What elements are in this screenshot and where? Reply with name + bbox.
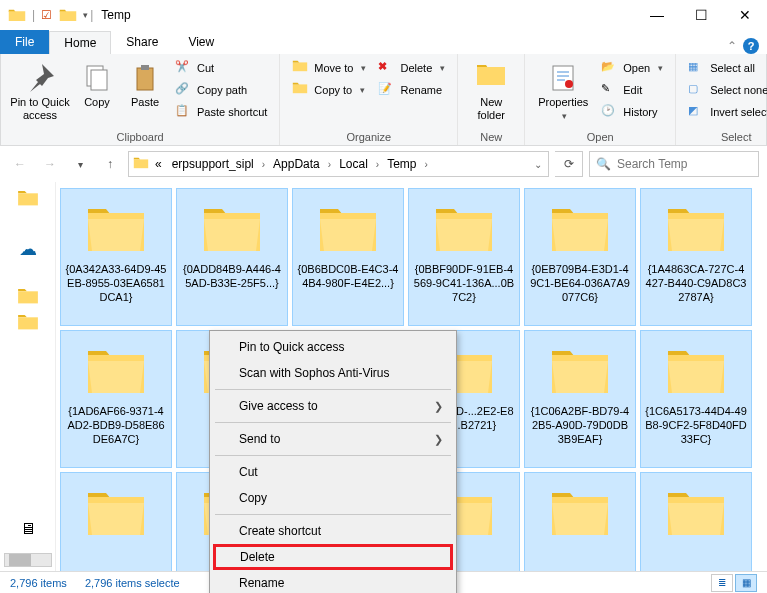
- breadcrumb-part[interactable]: Temp: [383, 155, 420, 173]
- new-folder-label: New folder: [478, 96, 506, 122]
- copy-path-button[interactable]: 🔗Copy path: [171, 80, 271, 100]
- ribbon: Pin to Quick access Copy Paste ✂️Cut 🔗Co…: [0, 54, 767, 146]
- address-bar[interactable]: « erpsupport_sipl› AppData› Local› Temp›…: [128, 151, 549, 177]
- folder-icon[interactable]: [17, 288, 39, 304]
- copy-label: Copy: [84, 96, 110, 109]
- folder-name: {1C6A5173-44D4-49B8-9CF2-5F8D40FD33FC}: [643, 405, 749, 446]
- folder-item[interactable]: [640, 472, 752, 572]
- group-label-new: New: [466, 129, 516, 143]
- select-all-button[interactable]: ▦Select all: [684, 58, 767, 78]
- onedrive-icon[interactable]: ☁: [19, 238, 37, 260]
- breadcrumb-part[interactable]: Local: [335, 155, 372, 173]
- breadcrumb-part[interactable]: erpsupport_sipl: [168, 155, 258, 173]
- address-dropdown-icon[interactable]: ⌄: [532, 159, 544, 170]
- qat-dropdown-icon[interactable]: ▾: [83, 10, 88, 20]
- paste-shortcut-button[interactable]: 📋Paste shortcut: [171, 102, 271, 122]
- folder-item[interactable]: [60, 472, 172, 572]
- folder-item[interactable]: {1C6A5173-44D4-49B8-9CF2-5F8D40FD33FC}: [640, 330, 752, 468]
- search-icon: 🔍: [596, 157, 611, 171]
- open-button[interactable]: 📂Open▾: [597, 58, 667, 78]
- ctx-create-shortcut[interactable]: Create shortcut: [213, 518, 453, 544]
- folder-name: {0EB709B4-E3D1-49C1-BE64-036A7A9077C6}: [527, 263, 633, 304]
- folder-item[interactable]: {1AD6AF66-9371-4AD2-BDB9-D58E86DE6A7C}: [60, 330, 172, 468]
- edit-icon: ✎: [601, 82, 617, 98]
- chevron-right-icon[interactable]: ›: [423, 159, 430, 170]
- folder-name: {1AD6AF66-9371-4AD2-BDB9-D58E86DE6A7C}: [63, 405, 169, 446]
- checkbox-icon[interactable]: ☑: [37, 6, 55, 24]
- nav-up-button[interactable]: ↑: [98, 152, 122, 176]
- tab-share[interactable]: Share: [111, 30, 173, 54]
- group-label-clipboard: Clipboard: [9, 129, 271, 143]
- new-folder-button[interactable]: New folder: [466, 58, 516, 122]
- ctx-scan-antivirus[interactable]: Scan with Sophos Anti-Virus: [213, 360, 453, 386]
- folder-icon: [662, 343, 730, 399]
- ctx-copy[interactable]: Copy: [213, 485, 453, 511]
- group-new: New folder New: [458, 54, 525, 145]
- collapse-ribbon-icon[interactable]: ⌃: [727, 39, 737, 53]
- breadcrumb-part[interactable]: AppData: [269, 155, 324, 173]
- nav-back-button[interactable]: ←: [8, 152, 32, 176]
- rename-button[interactable]: 📝Rename: [374, 80, 449, 100]
- view-icons-button[interactable]: ▦: [735, 574, 757, 592]
- minimize-button[interactable]: —: [635, 0, 679, 30]
- folder-name: {0ADD84B9-A446-45AD-B33E-25F5...}: [179, 263, 285, 291]
- close-button[interactable]: ✕: [723, 0, 767, 30]
- folder-item[interactable]: {0BBF90DF-91EB-4569-9C41-136A...0B7C2}: [408, 188, 520, 326]
- nav-recent-dropdown[interactable]: ▾: [68, 152, 92, 176]
- folder-icon: [8, 6, 26, 24]
- ctx-separator: [215, 514, 451, 515]
- refresh-button[interactable]: ⟳: [555, 151, 583, 177]
- folder-item[interactable]: {0A342A33-64D9-45EB-8955-03EA6581DCA1}: [60, 188, 172, 326]
- folder-icon[interactable]: [17, 314, 39, 330]
- folder-item[interactable]: {0EB709B4-E3D1-49C1-BE64-036A7A9077C6}: [524, 188, 636, 326]
- folder-item[interactable]: [524, 472, 636, 572]
- search-input[interactable]: 🔍 Search Temp: [589, 151, 759, 177]
- help-icon[interactable]: ?: [743, 38, 759, 54]
- invert-selection-button[interactable]: ◩Invert selection: [684, 102, 767, 122]
- chevron-right-icon: ❯: [434, 400, 443, 413]
- context-menu: Pin to Quick access Scan with Sophos Ant…: [209, 330, 457, 593]
- ctx-rename[interactable]: Rename: [213, 570, 453, 593]
- edit-button[interactable]: ✎Edit: [597, 80, 667, 100]
- nav-forward-button[interactable]: →: [38, 152, 62, 176]
- folder-icon: [546, 485, 614, 541]
- group-label-open: Open: [533, 129, 667, 143]
- folder-move-icon: [292, 60, 308, 76]
- new-folder-icon: [475, 62, 507, 94]
- ctx-delete[interactable]: Delete: [213, 544, 453, 570]
- folder-icon: [82, 201, 150, 257]
- folder-icon[interactable]: [17, 190, 39, 206]
- properties-button[interactable]: Properties▾: [533, 58, 593, 122]
- this-pc-icon[interactable]: 🖥: [20, 520, 36, 538]
- ctx-send-to[interactable]: Send to❯: [213, 426, 453, 452]
- cut-button[interactable]: ✂️Cut: [171, 58, 271, 78]
- tab-home[interactable]: Home: [49, 31, 111, 54]
- move-to-button[interactable]: Move to▾: [288, 58, 370, 78]
- folder-item[interactable]: {0ADD84B9-A446-45AD-B33E-25F5...}: [176, 188, 288, 326]
- chevron-right-icon[interactable]: ›: [326, 159, 333, 170]
- group-clipboard: Pin to Quick access Copy Paste ✂️Cut 🔗Co…: [1, 54, 280, 145]
- delete-x-icon: ✖: [378, 60, 394, 76]
- folder-item[interactable]: {1A4863CA-727C-4427-B440-C9AD8C32787A}: [640, 188, 752, 326]
- nav-pane[interactable]: ☁ 🖥 ▭: [0, 182, 56, 572]
- paste-button[interactable]: Paste: [123, 58, 167, 109]
- history-button[interactable]: 🕑History: [597, 102, 667, 122]
- tab-file[interactable]: File: [0, 30, 49, 54]
- copy-to-button[interactable]: Copy to▾: [288, 80, 370, 100]
- folder-item[interactable]: {0B6BDC0B-E4C3-44B4-980F-E4E2...}: [292, 188, 404, 326]
- ctx-pin-quick-access[interactable]: Pin to Quick access: [213, 334, 453, 360]
- maximize-button[interactable]: ☐: [679, 0, 723, 30]
- pin-quick-access-button[interactable]: Pin to Quick access: [9, 58, 71, 122]
- chevron-right-icon[interactable]: ›: [374, 159, 381, 170]
- scrollbar[interactable]: [4, 553, 52, 567]
- chevron-right-icon[interactable]: ›: [260, 159, 267, 170]
- tab-view[interactable]: View: [173, 30, 229, 54]
- view-details-button[interactable]: ≣: [711, 574, 733, 592]
- ctx-give-access[interactable]: Give access to❯: [213, 393, 453, 419]
- select-none-button[interactable]: ▢Select none: [684, 80, 767, 100]
- delete-button[interactable]: ✖Delete▾: [374, 58, 449, 78]
- folder-item[interactable]: {1C06A2BF-BD79-42B5-A90D-79D0DB3B9EAF}: [524, 330, 636, 468]
- ctx-cut[interactable]: Cut: [213, 459, 453, 485]
- copy-button[interactable]: Copy: [75, 58, 119, 109]
- status-selected-count: 2,796 items selecte: [85, 577, 180, 589]
